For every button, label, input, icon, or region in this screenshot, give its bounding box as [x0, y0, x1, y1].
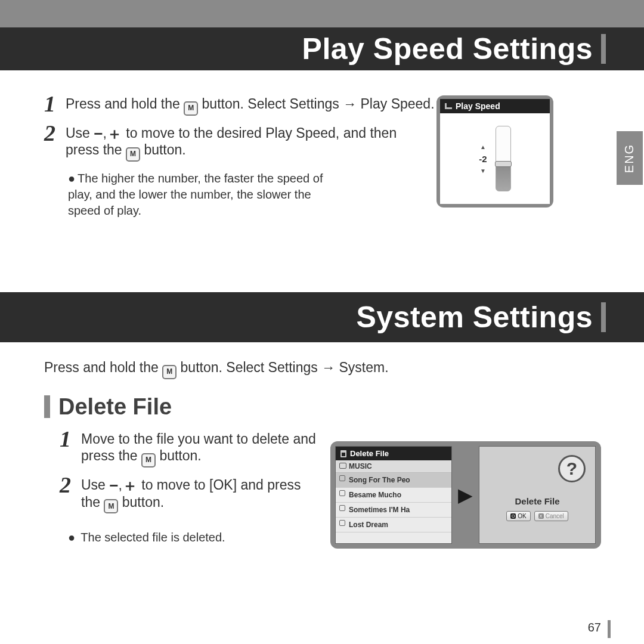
section2-intro: Press and hold the M button. Select Sett… [44, 359, 462, 377]
trash-icon [340, 450, 346, 457]
delete-file-title: Delete File [350, 449, 389, 458]
subheading-bar-icon [44, 395, 50, 418]
delete-file-titlebar: Delete File [336, 447, 451, 460]
cancel-badge-icon: X [538, 513, 544, 519]
bullet-icon: ● [68, 172, 75, 185]
page-number: 67 [588, 621, 601, 634]
playspeed-body: ▲ -2 ▼ [440, 113, 550, 204]
delete-file-list-screen: Delete File MUSIC Song For The PeoBesame… [335, 446, 452, 544]
delete-file-subheading: Delete File [44, 394, 608, 420]
step-text: Use −,＋ to move to [OK] and press the M … [81, 476, 320, 512]
heading-divider-icon [601, 302, 606, 332]
text-fragment: button. [159, 448, 201, 463]
text-fragment: Press and hold the [44, 360, 162, 375]
text-fragment: Press and hold the [66, 96, 184, 112]
delete-confirm-buttons: O OK X Cancel [506, 511, 568, 521]
playspeed-slider [496, 126, 511, 191]
playspeed-value-column: ▲ -2 ▼ [479, 144, 487, 174]
list-item[interactable]: Besame Mucho [336, 488, 451, 503]
list-item[interactable]: Sometimes I'M Ha [336, 503, 451, 518]
ok-badge-icon: O [510, 513, 516, 519]
cancel-label: Cancel [546, 513, 564, 519]
page-divider-icon [608, 620, 611, 638]
playspeed-screen: Play Speed ▲ -2 ▼ [440, 99, 550, 204]
playspeed-title: Play Speed [456, 101, 500, 111]
m-button-icon: M [141, 453, 156, 467]
text-fragment: button. [144, 142, 185, 157]
bullet-icon: ● [68, 531, 75, 544]
note-text: The selected file is deleted. [80, 531, 225, 544]
step-text: Move to the file you want to delete and … [81, 431, 326, 466]
delete-file-category: MUSIC [336, 460, 451, 473]
section1-heading-bar: Play Speed Settings [0, 27, 644, 70]
text-fragment: Use [81, 477, 109, 493]
heading-divider-icon [601, 34, 606, 64]
section2-heading-bar: System Settings [0, 292, 644, 342]
list-item[interactable]: Song For The Peo [336, 473, 451, 488]
language-tab: ENG [617, 131, 643, 185]
delete-confirm-caption: Delete File [515, 496, 559, 506]
note-text: The higher the number, the faster the sp… [68, 172, 323, 217]
step-text: Press and hold the M button. Select Sett… [66, 95, 435, 114]
m-button-icon: M [184, 101, 198, 116]
section1-note: ●The higher the number, the faster the s… [68, 171, 342, 219]
delete-file-rows: Song For The PeoBesame MuchoSometimes I'… [336, 473, 451, 532]
playspeed-device: Play Speed ▲ -2 ▼ [436, 95, 553, 208]
cancel-button[interactable]: X Cancel [534, 511, 568, 521]
text-fragment: button. Select Settings → System. [181, 360, 389, 375]
step-number: 2 [60, 476, 76, 494]
text-fragment: button. Select Settings → Play Speed. [202, 96, 435, 112]
m-button-icon: M [126, 147, 140, 162]
delete-file-device: Delete File MUSIC Song For The PeoBesame… [330, 441, 601, 549]
settings-list-icon [445, 103, 452, 109]
language-tab-label: ENG [623, 143, 637, 172]
up-arrow-icon: ▲ [480, 144, 486, 150]
ok-label: OK [518, 513, 526, 519]
m-button-icon: M [104, 499, 118, 513]
playspeed-titlebar: Play Speed [440, 99, 550, 113]
step-number: 2 [44, 125, 61, 142]
ok-button[interactable]: O OK [506, 511, 530, 521]
step-number: 1 [60, 431, 76, 448]
section2-note: ● The selected file is deleted. [68, 530, 366, 546]
delete-confirm-screen: ? Delete File O OK X Cancel [479, 446, 596, 544]
subheading-text: Delete File [58, 394, 172, 420]
section2-title: System Settings [356, 300, 593, 335]
list-item[interactable]: Lost Dream [336, 518, 451, 532]
text-fragment: button. [122, 494, 164, 510]
step-number: 1 [44, 95, 61, 113]
step-text: Use −,＋ to move to the desired Play Spee… [66, 125, 423, 160]
question-icon: ? [558, 455, 586, 482]
top-gray-strip [0, 0, 644, 27]
text-fragment: Use [66, 125, 94, 141]
playspeed-value: -2 [479, 154, 487, 164]
right-arrow-icon: ▶ [458, 484, 473, 506]
down-arrow-icon: ▼ [480, 168, 486, 174]
m-button-icon: M [162, 365, 177, 379]
section1-title: Play Speed Settings [302, 32, 593, 66]
